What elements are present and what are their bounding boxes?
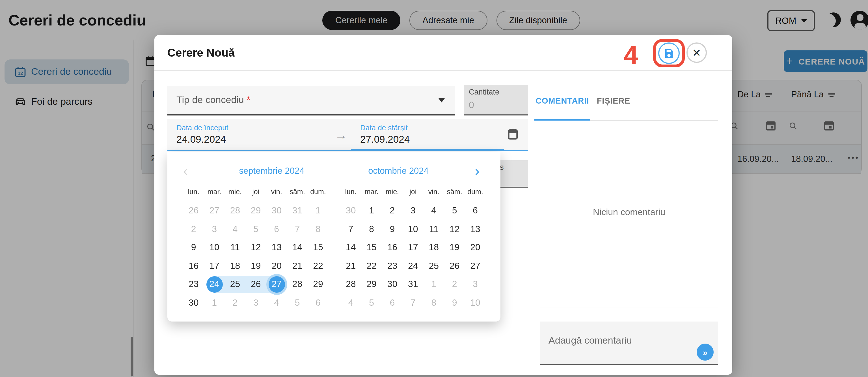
day-cell-10[interactable]: 10	[403, 220, 423, 238]
end-date-value[interactable]: 27.09.2024	[360, 134, 410, 145]
day-cell-26[interactable]: 26	[444, 257, 465, 275]
comment-input[interactable]: Adaugă comentariu »	[540, 321, 718, 365]
day-cell-8[interactable]: 8	[308, 220, 328, 238]
calendar-icon[interactable]	[507, 128, 519, 140]
day-cell-30[interactable]: 30	[266, 202, 287, 220]
day-cell-25[interactable]: 25	[424, 257, 444, 275]
day-cell-13[interactable]: 13	[465, 220, 486, 238]
day-cell-4[interactable]: 4	[340, 293, 361, 312]
day-cell-22[interactable]: 22	[308, 257, 328, 275]
modal-title: Cerere Nouă	[167, 47, 235, 59]
date-range-field[interactable]: Data de început 24.09.2024 → Data de sfâ…	[167, 119, 528, 151]
day-cell-15[interactable]: 15	[361, 238, 382, 257]
day-cell-1[interactable]: 1	[424, 275, 444, 293]
day-cell-11[interactable]: 11	[424, 220, 444, 238]
day-cell-2[interactable]: 2	[225, 293, 245, 312]
day-cell-22[interactable]: 22	[361, 257, 382, 275]
day-cell-10[interactable]: 10	[465, 293, 486, 312]
day-cell-3[interactable]: 3	[204, 220, 224, 238]
day-cell-9[interactable]: 9	[382, 220, 403, 238]
day-cell-26[interactable]: 26	[245, 275, 266, 293]
save-button[interactable]	[658, 42, 680, 64]
day-cell-18[interactable]: 18	[424, 238, 444, 257]
day-cell-30[interactable]: 30	[183, 293, 204, 312]
day-cell-14[interactable]: 14	[287, 238, 308, 257]
day-cell-3[interactable]: 3	[403, 202, 423, 220]
day-cell-21[interactable]: 21	[340, 257, 361, 275]
start-date-value[interactable]: 24.09.2024	[177, 134, 226, 145]
day-cell-29[interactable]: 29	[308, 275, 328, 293]
day-cell-26[interactable]: 26	[183, 202, 204, 220]
day-cell-3[interactable]: 3	[465, 275, 486, 293]
day-cell-1[interactable]: 1	[361, 202, 382, 220]
day-cell-16[interactable]: 16	[382, 238, 403, 257]
day-cell-8[interactable]: 8	[424, 293, 444, 312]
day-cell-6[interactable]: 6	[266, 220, 287, 238]
day-cell-5[interactable]: 5	[361, 293, 382, 312]
day-cell-6[interactable]: 6	[308, 293, 328, 312]
day-cell-13[interactable]: 13	[266, 238, 287, 257]
day-cell-29[interactable]: 29	[361, 275, 382, 293]
day-cell-28[interactable]: 28	[287, 275, 308, 293]
day-cell-8[interactable]: 8	[361, 220, 382, 238]
day-cell-5[interactable]: 5	[287, 293, 308, 312]
day-cell-16[interactable]: 16	[183, 257, 204, 275]
day-cell-4[interactable]: 4	[424, 202, 444, 220]
day-cell-21[interactable]: 21	[287, 257, 308, 275]
send-comment-button[interactable]: »	[697, 344, 714, 360]
tab-comentarii[interactable]: COMENTARII	[534, 96, 590, 105]
day-cell-1[interactable]: 1	[204, 293, 224, 312]
day-cell-5[interactable]: 5	[444, 202, 465, 220]
day-cell-18[interactable]: 18	[225, 257, 245, 275]
day-cell-2[interactable]: 2	[382, 202, 403, 220]
day-cell-3[interactable]: 3	[245, 293, 266, 312]
day-cell-7[interactable]: 7	[340, 220, 361, 238]
day-cell-10[interactable]: 10	[204, 238, 224, 257]
day-cell-19[interactable]: 19	[245, 257, 266, 275]
day-cell-17[interactable]: 17	[403, 238, 423, 257]
quantity-field: Cantitate 0	[464, 85, 528, 115]
day-cell-30[interactable]: 30	[382, 275, 403, 293]
day-cell-2[interactable]: 2	[444, 275, 465, 293]
next-month-icon[interactable]: ›	[475, 164, 479, 178]
day-cell-31[interactable]: 31	[403, 275, 423, 293]
day-cell-15[interactable]: 15	[308, 238, 328, 257]
day-cell-11[interactable]: 11	[225, 238, 245, 257]
day-cell-24[interactable]: 24	[403, 257, 423, 275]
day-cell-4[interactable]: 4	[225, 220, 245, 238]
day-cell-27[interactable]: 27	[465, 257, 486, 275]
day-cell-28[interactable]: 28	[225, 202, 245, 220]
day-cell-6[interactable]: 6	[465, 202, 486, 220]
day-cell-7[interactable]: 7	[287, 220, 308, 238]
day-cell-27[interactable]: 27	[266, 275, 287, 293]
day-cell-25[interactable]: 25	[225, 275, 245, 293]
day-cell-30[interactable]: 30	[340, 202, 361, 220]
day-cell-1[interactable]: 1	[308, 202, 328, 220]
day-cell-20[interactable]: 20	[465, 238, 486, 257]
day-cell-4[interactable]: 4	[266, 293, 287, 312]
day-cell-17[interactable]: 17	[204, 257, 224, 275]
day-cell-5[interactable]: 5	[245, 220, 266, 238]
day-cell-12[interactable]: 12	[245, 238, 266, 257]
day-cell-19[interactable]: 19	[444, 238, 465, 257]
day-cell-12[interactable]: 12	[444, 220, 465, 238]
day-cell-23[interactable]: 23	[382, 257, 403, 275]
tab-fisiere[interactable]: FIȘIERE	[593, 96, 634, 105]
day-cell-9[interactable]: 9	[444, 293, 465, 312]
previous-month-icon[interactable]: ‹	[183, 164, 188, 178]
day-cell-24[interactable]: 24	[204, 275, 224, 293]
day-cell-9[interactable]: 9	[183, 238, 204, 257]
day-cell-27[interactable]: 27	[204, 202, 224, 220]
close-button[interactable]: ✕	[686, 42, 707, 63]
weekday-label: joi	[245, 188, 266, 196]
day-cell-29[interactable]: 29	[245, 202, 266, 220]
day-cell-23[interactable]: 23	[183, 275, 204, 293]
day-cell-31[interactable]: 31	[287, 202, 308, 220]
leave-type-select[interactable]: Tip de concediu *	[167, 86, 455, 115]
day-cell-14[interactable]: 14	[340, 238, 361, 257]
day-cell-2[interactable]: 2	[183, 220, 204, 238]
day-cell-6[interactable]: 6	[382, 293, 403, 312]
day-cell-20[interactable]: 20	[266, 257, 287, 275]
day-cell-7[interactable]: 7	[403, 293, 423, 312]
day-cell-28[interactable]: 28	[340, 275, 361, 293]
